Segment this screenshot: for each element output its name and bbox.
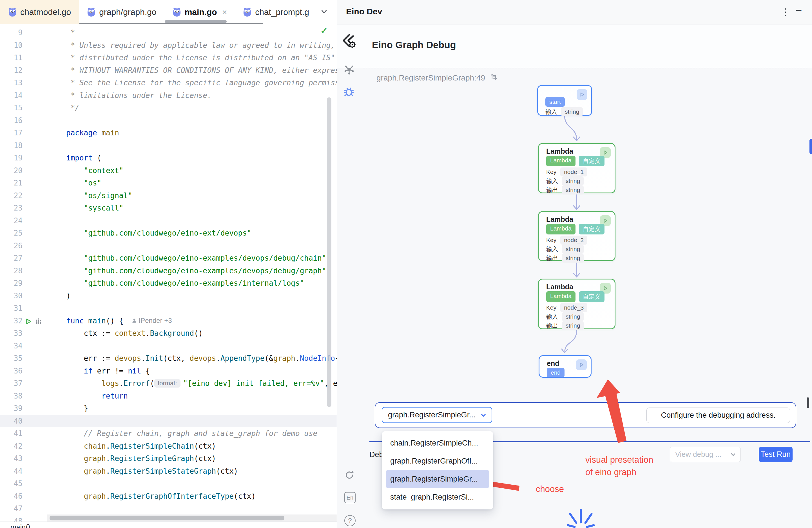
- code-text: ): [46, 292, 337, 300]
- code-line-29[interactable]: 29 "github.com/cloudwego/eino-examples/i…: [0, 277, 337, 290]
- code-text: "syscall": [46, 204, 337, 212]
- code-line-16[interactable]: 16: [0, 114, 337, 127]
- code-line-33[interactable]: 33 ctx := context.Background(): [0, 327, 337, 340]
- code-line-10[interactable]: 10 * Unless required by applicable law o…: [0, 39, 337, 52]
- code-line-37[interactable]: 37 logs.Errorf(format:"[eino dev] init f…: [0, 377, 337, 390]
- code-line-12[interactable]: 12 * WITHOUT WARRANTIES OR CONDITIONS OF…: [0, 64, 337, 77]
- line-number: 37: [0, 379, 46, 387]
- profiler-icon[interactable]: [35, 318, 42, 327]
- code-text: "context": [46, 166, 337, 175]
- line-number: 23: [0, 204, 46, 212]
- line-number: 30: [0, 292, 46, 300]
- section-scrollbar-thumb[interactable]: [807, 397, 809, 408]
- code-line-25[interactable]: 25 "github.com/cloudwego/eino-ext/devops…: [0, 227, 337, 239]
- tab-scrollbar-thumb[interactable]: [165, 20, 227, 23]
- line-number: 22: [0, 191, 46, 200]
- breadcrumb[interactable]: main(): [11, 523, 30, 528]
- code-line-34[interactable]: 34: [0, 340, 337, 352]
- code-line-13[interactable]: 13 * See the License for the specific la…: [0, 76, 337, 89]
- run-main-icon[interactable]: [25, 318, 32, 327]
- code-line-46[interactable]: 46 graph.RegisterGraphOfInterfaceType(ct…: [0, 490, 337, 503]
- line-number: 44: [0, 467, 46, 475]
- code-line-18[interactable]: 18: [0, 139, 337, 152]
- code-line-42[interactable]: 42 chain.RegisterSimpleChain(ctx): [0, 440, 337, 453]
- code-line-15[interactable]: 15 */: [0, 102, 337, 114]
- editor-horizontal-scrollbar-thumb[interactable]: [49, 516, 284, 520]
- line-number: 10: [0, 41, 46, 49]
- code-line-44[interactable]: 44 graph.RegisterSimpleStateGraph(ctx): [0, 465, 337, 478]
- line-number: 32: [0, 317, 46, 325]
- code-line-20[interactable]: 20 "context": [0, 164, 337, 177]
- code-text: */: [46, 104, 337, 112]
- code-line-19[interactable]: 19import (: [0, 152, 337, 164]
- line-number: 35: [0, 354, 46, 363]
- code-line-43[interactable]: 43 graph.RegisterSimpleGraph(ctx): [0, 452, 337, 465]
- code-line-27[interactable]: 27 "github.com/cloudwego/eino-examples/d…: [0, 252, 337, 265]
- code-line-39[interactable]: 39 }: [0, 402, 337, 415]
- line-number: 34: [0, 342, 46, 350]
- code-text: "github.com/cloudwego/eino-examples/inte…: [46, 279, 337, 287]
- dropdown-option-3[interactable]: state_graph.RegisterSi...: [382, 488, 493, 506]
- code-line-35[interactable]: 35 err := devops.Init(ctx, devops.Append…: [0, 352, 337, 365]
- code-line-11[interactable]: 11 * distributed under the License is di…: [0, 52, 337, 64]
- code-line-45[interactable]: 45: [0, 477, 337, 490]
- code-text: * WITHOUT WARRANTIES OR CONDITIONS OF AN…: [46, 66, 337, 75]
- code-line-31[interactable]: 31: [0, 302, 337, 315]
- line-number: 11: [0, 54, 46, 62]
- code-line-41[interactable]: 41 // Register chain, graph and state_gr…: [0, 427, 337, 440]
- parameter-hint-inlay: format:: [154, 379, 180, 387]
- code-line-17[interactable]: 17package main: [0, 127, 337, 139]
- code-vision-author[interactable]: IPender +3: [131, 317, 172, 324]
- code-line-22[interactable]: 22 "os/signal": [0, 189, 337, 202]
- code-line-30[interactable]: 30): [0, 290, 337, 302]
- code-line-26[interactable]: 26: [0, 239, 337, 252]
- line-number: 33: [0, 329, 46, 337]
- tab-list-chevron-down-icon[interactable]: [320, 7, 328, 17]
- editor-tab-graph-graph-go[interactable]: graph/graph.go: [79, 0, 164, 24]
- tab-close-icon[interactable]: ×: [222, 7, 227, 17]
- dropdown-option-1[interactable]: graph.RegisterGraphOfI...: [382, 452, 493, 470]
- line-number: 17: [0, 129, 46, 137]
- code-line-38[interactable]: 38 return: [0, 390, 337, 402]
- go-file-icon: [8, 7, 17, 17]
- editor-vertical-scrollbar-thumb[interactable]: [327, 98, 331, 407]
- editor-tab-chatmodel-go[interactable]: chatmodel.go: [0, 0, 79, 24]
- line-number: 9: [0, 28, 46, 37]
- code-line-24[interactable]: 24: [0, 215, 337, 227]
- code-line-23[interactable]: 23 "syscall": [0, 202, 337, 215]
- line-number: 12: [0, 66, 46, 75]
- tab-label: main.go: [185, 7, 217, 17]
- code-line-40[interactable]: 40: [0, 415, 337, 427]
- code-line-36[interactable]: 36 if err != nil {: [0, 365, 337, 378]
- editor-tab-chat-prompt-g[interactable]: chat_prompt.g: [235, 0, 317, 24]
- line-number: 46: [0, 492, 46, 500]
- code-line-32[interactable]: 32func main() {IPender +3: [0, 315, 337, 327]
- code-text: "github.com/cloudwego/eino-examples/devo…: [46, 254, 337, 262]
- code-line-14[interactable]: 14 * limitations under the License.: [0, 89, 337, 102]
- line-number: 29: [0, 279, 46, 287]
- line-number: 13: [0, 78, 46, 87]
- line-number: 45: [0, 479, 46, 488]
- code-line-47[interactable]: 47: [0, 502, 337, 515]
- code-line-21[interactable]: 21 "os": [0, 177, 337, 189]
- go-file-icon: [87, 7, 96, 17]
- code-line-28[interactable]: 28 "github.com/cloudwego/eino-examples/d…: [0, 265, 337, 277]
- go-file-icon: [172, 7, 181, 17]
- dropdown-option-2[interactable]: graph.RegisterSimpleGr...: [386, 470, 489, 488]
- code-text: import (: [46, 154, 337, 162]
- code-text: // Register chain, graph and state_graph…: [46, 429, 337, 438]
- tab-label: graph/graph.go: [99, 7, 157, 17]
- inspections-check-icon[interactable]: ✓: [320, 25, 328, 36]
- line-number: 43: [0, 454, 46, 463]
- line-number: 42: [0, 442, 46, 450]
- dropdown-option-0[interactable]: chain.RegisterSimpleCh...: [382, 434, 493, 452]
- tab-label: chatmodel.go: [20, 7, 71, 17]
- line-number: 40: [0, 417, 46, 425]
- code-line-9[interactable]: 9 *: [0, 27, 337, 39]
- code-text: graph.RegisterGraphOfInterfaceType(ctx): [46, 492, 337, 500]
- code-editor[interactable]: 9 *10 * Unless required by applicable la…: [0, 24, 337, 522]
- code-text: chain.RegisterSimpleChain(ctx): [46, 442, 337, 450]
- code-text: * limitations under the License.: [46, 91, 337, 100]
- panel-scrollbar-thumb[interactable]: [810, 139, 812, 154]
- line-number: 25: [0, 229, 46, 237]
